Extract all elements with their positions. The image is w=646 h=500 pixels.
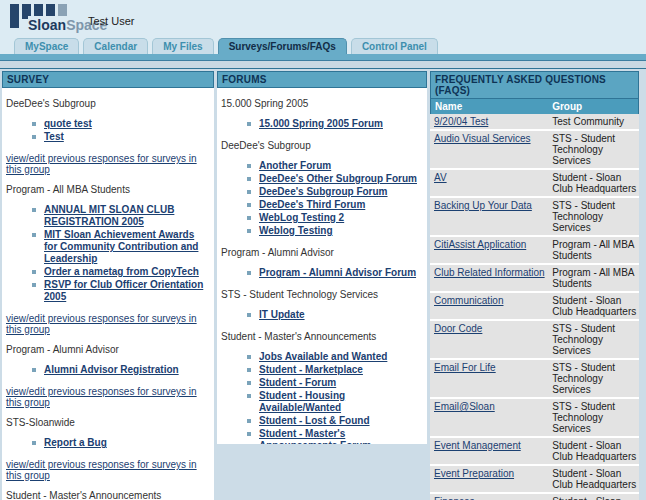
table-row: Communication Student - Sloan Club Headq… <box>430 293 639 321</box>
forum-link[interactable]: Student - Marketplace <box>259 364 363 375</box>
faq-link[interactable]: 9/20/04 Test <box>434 116 488 127</box>
table-row: Email For Life STS - Student Technology … <box>430 360 639 399</box>
faq-group-label: Student - Sloan Club Headquarters <box>550 466 639 492</box>
faq-table: 9/20/04 Test Test Community Audio Visual… <box>430 114 639 500</box>
faq-link[interactable]: Backing Up Your Data <box>434 200 532 211</box>
item-list: quote testTest <box>32 118 210 144</box>
view-edit-responses-link[interactable]: view/edit previous responses for surveys… <box>6 153 210 175</box>
faq-link[interactable]: Communication <box>434 295 503 306</box>
faq-group-label: STS - Student Technology Services <box>550 360 639 397</box>
faq-panel: FREQUENTLY ASKED QUESTIONS (FAQS) Name G… <box>430 71 639 500</box>
forums-panel: FORUMS 15.000 Spring 2005 15.000 Spring … <box>217 71 427 500</box>
group-name-label: 15.000 Spring 2005 <box>221 98 423 109</box>
faq-link[interactable]: Event Management <box>434 440 521 451</box>
tab-myspace[interactable]: MySpace <box>14 38 79 54</box>
forum-link[interactable]: Jobs Available and Wanted <box>259 351 387 362</box>
forum-link[interactable]: IT Update <box>259 309 305 320</box>
accent-bar <box>0 54 646 61</box>
survey-link[interactable]: RSVP for Club Officer Orientation 2005 <box>44 279 203 302</box>
list-item: Student - Marketplace <box>247 364 423 377</box>
list-item: Student - Master's Announcements Forum <box>247 428 423 444</box>
group-name-label: STS - Student Technology Services <box>221 289 423 300</box>
group-name-label: Program - Alumni Advisor <box>221 247 423 258</box>
forum-link[interactable]: Student - Master's Announcements Forum <box>259 428 371 444</box>
group-section: STS - Student Technology Services IT Upd… <box>221 289 423 322</box>
group-section: Student - Master's Announcements 2005 Ad… <box>6 490 210 500</box>
list-item: Jobs Available and Wanted <box>247 351 423 364</box>
forum-link[interactable]: Student - Forum <box>259 377 336 388</box>
list-item: IT Update <box>247 309 423 322</box>
forum-link[interactable]: Student - Housing Available/Wanted <box>259 390 345 413</box>
faq-link[interactable]: Door Code <box>434 323 482 334</box>
item-list: Alumni Advisor Registration <box>32 364 210 377</box>
group-section: Program - Alumni Advisor Program - Alumn… <box>221 247 423 280</box>
list-item: Test <box>32 131 210 144</box>
faq-link[interactable]: Audio Visual Services <box>434 133 531 144</box>
table-row: AV Student - Sloan Club Headquarters <box>430 170 639 198</box>
list-item: DeeDee's Third Forum <box>247 199 423 212</box>
forum-link[interactable]: WebLog Testing 2 <box>259 212 344 223</box>
list-item: Weblog Testing <box>247 225 423 238</box>
faq-group-label: STS - Student Technology Services <box>550 198 639 235</box>
list-item: Report a Bug <box>32 437 210 450</box>
faq-link[interactable]: Email For Life <box>434 362 496 373</box>
item-list: Jobs Available and WantedStudent - Marke… <box>247 351 423 444</box>
survey-list: DeeDee's Subgroup quote testTest view/ed… <box>2 88 214 500</box>
current-user-label: Test User <box>88 15 134 27</box>
survey-link[interactable]: MIT Sloan Achievement Awards for Communi… <box>44 229 198 264</box>
item-list: IT Update <box>247 309 423 322</box>
faq-group-label: Student - Sloan Club Headquarters <box>550 494 639 500</box>
tab-control-panel[interactable]: Control Panel <box>351 38 438 54</box>
tab-calendar[interactable]: Calendar <box>83 38 148 54</box>
survey-link[interactable]: Order a nametag from CopyTech <box>44 266 199 277</box>
list-item: quote test <box>32 118 210 131</box>
table-row: Event Preparation Student - Sloan Club H… <box>430 466 639 494</box>
survey-link[interactable]: quote test <box>44 118 92 129</box>
list-item: DeeDee's Subgroup Forum <box>247 186 423 199</box>
view-edit-responses-link[interactable]: view/edit previous responses for surveys… <box>6 459 210 481</box>
forum-link[interactable]: 15.000 Spring 2005 Forum <box>259 118 383 129</box>
faq-link[interactable]: CitiAssist Application <box>434 239 526 250</box>
list-item: Student - Lost & Found <box>247 415 423 428</box>
survey-link[interactable]: Test <box>44 131 64 142</box>
main-content: SURVEY DeeDee's Subgroup quote testTest … <box>0 68 646 500</box>
brand: SloanSpace <box>10 4 67 28</box>
forum-link[interactable]: Weblog Testing <box>259 225 333 236</box>
list-item: Student - Forum <box>247 377 423 390</box>
table-row: Event Management Student - Sloan Club He… <box>430 438 639 466</box>
item-list: Another ForumDeeDee's Other Subgroup For… <box>247 160 423 238</box>
forum-link[interactable]: Another Forum <box>259 160 331 171</box>
survey-link[interactable]: Report a Bug <box>44 437 107 448</box>
forums-list: 15.000 Spring 2005 15.000 Spring 2005 Fo… <box>217 88 427 444</box>
survey-link[interactable]: ANNUAL MIT SLOAN CLUB REGISTRATION 2005 <box>44 204 174 227</box>
forum-link[interactable]: DeeDee's Other Subgroup Forum <box>259 173 417 184</box>
faq-col-name: Name <box>431 99 550 114</box>
table-row: Door Code STS - Student Technology Servi… <box>430 321 639 360</box>
faq-link[interactable]: Club Related Information <box>434 267 545 278</box>
faq-group-label: STS - Student Technology Services <box>550 399 639 436</box>
forum-link[interactable]: DeeDee's Subgroup Forum <box>259 186 388 197</box>
faq-group-label: STS - Student Technology Services <box>550 131 639 168</box>
view-edit-responses-link[interactable]: view/edit previous responses for surveys… <box>6 386 210 408</box>
group-section: Program - Alumni Advisor Alumni Advisor … <box>6 344 210 408</box>
list-item: MIT Sloan Achievement Awards for Communi… <box>32 229 210 266</box>
tab-my-files[interactable]: My Files <box>152 38 213 54</box>
forum-link[interactable]: Program - Alumni Advisor Forum <box>259 267 416 278</box>
survey-link[interactable]: Alumni Advisor Registration <box>44 364 179 375</box>
table-row: Club Related Information Program - All M… <box>430 265 639 293</box>
tab-surveys-forums-faqs[interactable]: Surveys/Forums/FAQs <box>218 38 347 54</box>
view-edit-responses-link[interactable]: view/edit previous responses for surveys… <box>6 313 210 335</box>
forum-link[interactable]: DeeDee's Third Forum <box>259 199 365 210</box>
faq-link[interactable]: Finances <box>434 496 475 500</box>
group-section: 15.000 Spring 2005 15.000 Spring 2005 Fo… <box>221 98 423 131</box>
faq-group-label: Program - All MBA Students <box>550 265 639 291</box>
group-name-label: Student - Master's Announcements <box>221 331 423 342</box>
list-item: DeeDee's Other Subgroup Forum <box>247 173 423 186</box>
faq-link[interactable]: Email@Sloan <box>434 401 495 412</box>
faq-group-label: Test Community <box>550 114 639 129</box>
faq-link[interactable]: AV <box>434 172 447 183</box>
faq-link[interactable]: Event Preparation <box>434 468 514 479</box>
forum-link[interactable]: Student - Lost & Found <box>259 415 370 426</box>
survey-panel-title: SURVEY <box>2 71 214 88</box>
table-row: Email@Sloan STS - Student Technology Ser… <box>430 399 639 438</box>
